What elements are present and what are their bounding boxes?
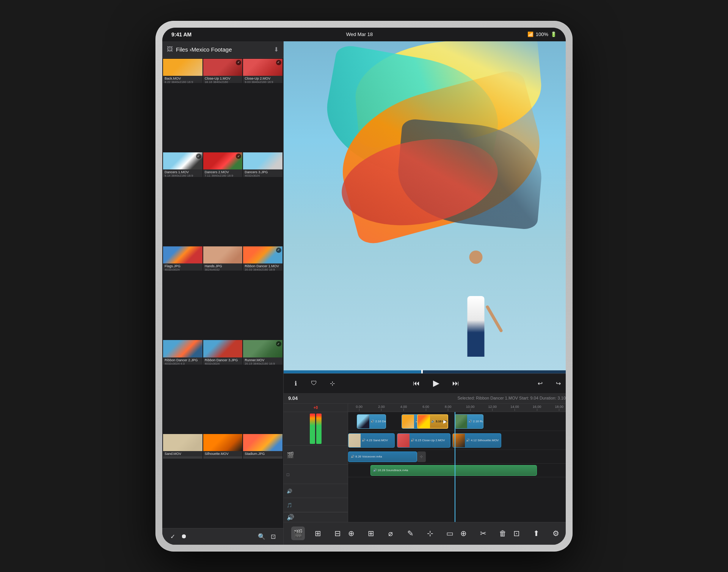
ruler-mark-10: 10.00 [459, 404, 482, 411]
clip-voiceover[interactable]: 🔊 8.26 Voiceover.m4a [348, 451, 417, 462]
checkmark-icon: ✓ [236, 154, 241, 159]
import-icon[interactable]: ⬇ [274, 46, 279, 53]
clip-soundtrack[interactable]: 🔊 16.28 Soundtrack.m4a [370, 465, 537, 476]
music-track-label: 🎵 [284, 498, 348, 512]
media-item-meta: 8.22 3840x2160 16:9 [165, 80, 201, 83]
timeline-main: +0 🎬 [284, 404, 566, 522]
transport-controls: ℹ 🛡 ⊹ ⏮ ▶ ⏭ ↩ ↪ [284, 373, 566, 393]
delete-button[interactable]: 🗑 [496, 527, 510, 540]
video-scrubber-handle[interactable] [421, 370, 423, 373]
clip-closeup2[interactable]: 🔊 6.15 Close-Up 2.MOV [397, 433, 450, 448]
media-item-name: Hands.JPG [205, 264, 241, 268]
play-button[interactable]: ▶ [430, 377, 442, 389]
clip-sand[interactable]: 🔊 4.23 Sand.MOV [348, 433, 395, 448]
list-item[interactable]: Flags.JPG 4032x3024 [163, 246, 202, 271]
shield-icon[interactable]: 🛡 [308, 377, 320, 389]
media-thumbnail [203, 434, 243, 451]
media-thumbnail: ✓ [243, 246, 282, 263]
right-panel: ℹ 🛡 ⊹ ⏮ ▶ ⏭ ↩ ↪ [284, 41, 566, 545]
video-scrubber-track[interactable] [284, 370, 566, 373]
clip-thumb-dancers1 [357, 415, 369, 428]
zoom-button[interactable]: ⊟ [331, 527, 344, 540]
record-icon[interactable]: ⏺ [178, 531, 190, 542]
dancer-head [469, 251, 483, 264]
media-item-meta: 4032x3024 4:3 [165, 362, 201, 365]
filter-icon[interactable]: ⊡ [267, 531, 279, 542]
media-thumbnail [163, 340, 202, 357]
list-item[interactable]: ✓ Close-Up 2.MOV 9.03 3840x2160 16:9 [243, 59, 282, 83]
ruler-mark-18: 18.00 [548, 404, 566, 411]
redo-icon[interactable]: ↪ [552, 377, 564, 389]
waveform-silhouette [453, 434, 501, 447]
add-button[interactable]: ⊕ [457, 527, 470, 540]
adjust-icon[interactable]: ⊹ [326, 377, 338, 389]
list-item[interactable]: Sand.MOV [163, 434, 202, 459]
clip-dancers1[interactable]: 🔊 2.16 Dancers 1 [357, 414, 386, 429]
connect-button[interactable]: ⌀ [384, 527, 397, 540]
export-button[interactable]: ⊡ [510, 527, 523, 540]
crop-button[interactable]: ▭ [443, 527, 457, 540]
settings-button[interactable]: ⚙ [549, 527, 563, 540]
photos-icon: 🖼 [167, 46, 173, 53]
list-item[interactable]: ✓ Close-Up 1.MOV 18.16 3840x2160 [203, 59, 243, 83]
media-thumbnail: ✓ [163, 152, 202, 169]
list-item[interactable]: Silhouette.MOV [203, 434, 243, 459]
timeline-header: 9.04 Selected: Ribbon Dancer 1.MOV Start… [284, 393, 566, 404]
add-clip-button[interactable]: ⊕ [344, 527, 358, 540]
media-browser-header: 🖼 Files ›Mexico Footage ⬇ [162, 41, 283, 58]
clip-silhouette[interactable]: 🔊 4.12 Silhouette.MOV [452, 433, 501, 448]
checkmark-done-icon[interactable]: ✓ [167, 531, 178, 542]
list-item[interactable]: Ribbon Dancer 3.JPG 4032x3024 [203, 340, 243, 365]
clip-gap[interactable]: ⊹ [417, 451, 426, 462]
cut-button[interactable]: ✂ [476, 527, 490, 540]
list-item[interactable]: Dancers 3.JPG 4032x3024 [243, 152, 282, 177]
undo-icon[interactable]: ↩ [534, 377, 546, 389]
list-item[interactable]: ✓ Ribbon Dancer 1.MOV 20.03 3840x2160 16… [243, 246, 282, 271]
list-item[interactable]: Ribbon Dancer 2.JPG 4032x3024 4:3 [163, 340, 202, 365]
list-item[interactable]: Back.MOV 8.22 3840x2160 16:9 [163, 59, 202, 83]
list-item[interactable]: Stadium.JPG [243, 434, 282, 459]
timecode-display: 9.04 [288, 395, 298, 401]
media-item-name: Runner.MOV [245, 358, 281, 362]
list-item[interactable]: Hands.JPG 3024x4032 [203, 246, 243, 271]
ruler-mark-12: 12.00 [482, 404, 504, 411]
media-item-name: Sand.MOV [165, 452, 201, 456]
media-thumbnail [163, 59, 202, 76]
share-button[interactable]: ⬆ [529, 527, 543, 540]
status-right: 📶 100% 🔋 [527, 31, 557, 37]
battery-label: 100% [536, 31, 548, 37]
checkmark-icon: ✓ [276, 341, 281, 346]
media-header-left: 🖼 Files ›Mexico Footage [167, 46, 232, 53]
list-item[interactable]: ✓ Dancers 1.MOV 9.14 3840x2160 16:9 [163, 152, 202, 177]
keyframe-button[interactable]: ⊹ [423, 527, 437, 540]
media-browser: 🖼 Files ›Mexico Footage ⬇ Back.MOV 8.22 … [162, 41, 284, 545]
add-transition-button[interactable]: ⊞ [364, 527, 378, 540]
skip-back-button[interactable]: ⏮ [410, 377, 422, 389]
pen-button[interactable]: ✎ [403, 527, 417, 540]
list-item[interactable]: ✓ Runner.MOV 20.15 3840x2160 16:9 [243, 340, 282, 365]
media-grid: Back.MOV 8.22 3840x2160 16:9 ✓ Close-Up … [162, 58, 283, 528]
checkmark-icon: ✓ [236, 60, 241, 65]
video-b-track-label: 🎬 [284, 446, 348, 465]
b-roll-track-row: 🔊 2.16 Dancers 1 🔊 2.14 Back.MO [348, 412, 566, 431]
level-meters [284, 412, 348, 446]
speaker-icon[interactable]: 🔊 [287, 514, 294, 521]
timeline-view-button[interactable]: 🎬 [291, 527, 305, 540]
ruler-mark-6: 6.00 [415, 404, 437, 411]
voiceover-track-row: 🔊 8.26 Voiceover.m4a ⊹ [348, 450, 566, 464]
clip-ribbon-dancer-selected[interactable]: 🔊 3.10 Ribbon Dancer 1.M ▶ [417, 414, 448, 429]
inspector-button[interactable]: ⊞ [311, 527, 325, 540]
skip-forward-button[interactable]: ⏭ [450, 377, 462, 389]
waveform-soundtrack [371, 465, 537, 475]
ruler-mark-14: 14.00 [504, 404, 526, 411]
status-bar: 9:41 AM Wed Mar 18 📶 100% 🔋 [162, 28, 566, 41]
level-indicator: +0 [314, 406, 318, 410]
status-time: 9:41 AM [171, 31, 191, 38]
list-item[interactable]: ✓ Dancers 2.MOV 7.11 3840x2160 16:9 [203, 152, 243, 177]
voice-track-label: 🔊 [284, 484, 348, 498]
info-icon[interactable]: ℹ [290, 377, 302, 389]
clip-runner[interactable]: 🔊 2.16 Runner.MC [455, 414, 483, 429]
media-item-name: Ribbon Dancer 2.JPG [165, 358, 201, 362]
status-date: Wed Mar 18 [346, 31, 373, 37]
search-icon[interactable]: 🔍 [256, 531, 267, 542]
